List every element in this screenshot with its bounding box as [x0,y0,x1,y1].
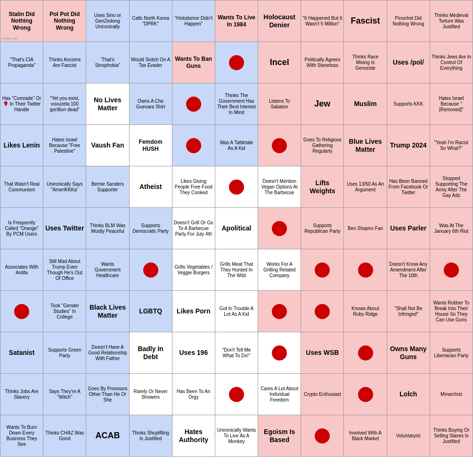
cell-inner-75: Doesn't Know Any Amendment After The 10t… [389,251,428,288]
cell-text-62: Supports Republican Party [302,223,342,234]
cell-26 [172,83,215,125]
cell-inner-10: Thinks Medieval Torture Was Justified [432,2,471,40]
cell-inner-78: Took "Gender Studies" In College [45,293,84,330]
cell-text-30: Muslim [354,100,376,108]
cell-72: Works For A Grilling Related Company [258,249,301,291]
cell-inner-26 [174,85,213,123]
cell-76 [430,249,473,291]
red-dot-104 [229,387,244,402]
cell-text-75: Doesn't Know Any Amendment After The 10t… [389,262,428,279]
cell-inner-120: Thinks Buying Or Selling Slaves Is Justi… [432,417,471,454]
cell-29: Jew [301,83,344,125]
cell-inner-20: Uses /pol/ [389,44,428,81]
cell-text-15: Wants To Ban Guns [174,56,213,69]
cell-text-36: Femdom HUSH [131,139,171,152]
cell-inner-33: Likes Lenin [2,127,41,164]
cell-text-38: Was A Tattletale As A Kid [217,140,256,151]
cell-inner-32: Hates Israel Because "[Removed]" [432,85,471,123]
cell-110: Wants To Burn Down Every Business They S… [0,415,43,457]
cell-inner-9: Pinochet Did Nothing Wrong [389,2,428,40]
cell-23: "Yet you exist, vuvuzela 100 gorillion d… [43,83,86,125]
cell-text-90: Doesn't Have A Good Relationship With Fa… [88,345,127,361]
cell-69 [130,249,172,291]
cell-text-59: Doesn't Grill Or Go To A Barbecue Party … [174,220,213,237]
cell-35: Vaush Fan [86,125,129,166]
cell-text-98: Supports Libertarian Party [432,347,471,359]
red-dot-16 [229,55,244,70]
cell-inner-85: Knows About Ruby Ridge [345,293,385,330]
cell-4: "Holodomor Didn't Happen" [172,0,215,42]
cell-text-25: Owns A Che Guevara Shirt [131,98,171,110]
cell-24: No Lives Matter [86,83,129,125]
cell-inner-71: Grills Meat That They Hunted In The Wild [217,251,256,288]
cell-inner-110: Wants To Burn Down Every Business They S… [2,417,41,454]
cell-59: Doesn't Grill Or Go To A Barbecue Party … [172,208,215,249]
cell-inner-81: Likes Porn [174,293,213,330]
cell-5: Wants To Live In 1984 [215,0,258,42]
cell-7: "It Happened But It Wasn't 5 Million" [301,0,344,42]
cell-45: Unironically Says "AmeriKKKa" [43,166,86,208]
cell-text-5: Wants To Live In 1984 [217,14,256,28]
cell-21: Thinks Jews Are In Control Of Everything [430,42,473,83]
cell-text-65: Was At The January 6th Riot [432,223,471,234]
red-dot-61 [272,221,287,236]
cell-86: "Shall Not Be Infringed" [387,291,430,332]
cell-inner-79: Black Lives Matter [88,293,127,330]
cell-3: Calls North Korea "DPRK" [130,0,172,42]
cell-63: Ben Shapiro Fan [344,208,387,249]
cell-inner-44: That Wasn't Real Communism [2,168,41,205]
cell-text-52: Uses 13/50 As An Argument [345,181,385,193]
cell-inner-100: Says They're A "Witch" [45,376,84,413]
cell-116: Egoism Is Based [258,415,301,457]
cell-inner-90: Doesn't Have A Good Relationship With Fa… [88,334,127,371]
cell-text-81: Likes Porn [177,307,211,315]
cell-61 [258,208,301,249]
cell-103: Has Been To An Orgy [172,374,215,415]
cell-text-18: Politically Agrees With Stonetoss [302,57,342,68]
cell-52: Uses 13/50 As An Argument [344,166,387,208]
cell-57: Thinks BLM Was Mostly Peaceful [86,208,129,249]
cell-text-14: Would Snitch On A Tax Evader [131,57,171,68]
cell-inner-51: Lifts Weights [302,168,342,205]
cell-text-44: That Wasn't Real Communism [2,181,41,193]
cell-53: Has Been Banned From Facebook Or Twitter [387,166,430,208]
cell-18: Politically Agrees With Stonetoss [301,42,344,83]
cell-inner-21: Thinks Jews Are In Control Of Everything [432,44,471,81]
cell-inner-17: Incel [260,44,299,81]
cell-75: Doesn't Know Any Amendment After The 10t… [387,249,430,291]
cell-64: Uses Parler [387,208,430,249]
cell-58: Supports Democratic Party [130,208,172,249]
cell-text-33: Likes Lenin [4,141,40,149]
cell-text-102: Rarely Or Never Showers [131,389,171,400]
cell-112: ACAB [86,415,129,457]
cell-text-12: Thinks Ancoms Are Fascist [45,57,84,68]
cell-text-86: "Shall Not Be Infringed" [389,306,428,317]
cell-inner-58: Supports Democratic Party [131,210,171,247]
cell-inner-104 [217,376,256,413]
cell-inner-87: Wants Robber To Break Into Their House S… [432,293,471,330]
cell-inner-117 [302,417,342,454]
cell-text-87: Wants Robber To Break Into Their House S… [432,300,471,323]
cell-inner-18: Politically Agrees With Stonetoss [302,44,342,81]
cell-82: Got In Trouble A Lot As A Kid [215,291,258,332]
cell-38: Was A Tattletale As A Kid [215,125,258,166]
cell-text-10: Thinks Medieval Torture Was Justified [432,13,471,30]
cell-inner-83 [260,293,299,330]
cell-text-0: Stalin Did Nothing Wrong [2,11,41,31]
cell-inner-101: Goes By Pronouns Other Than He Or She [88,376,127,413]
cell-inner-62: Supports Republican Party [302,210,342,247]
cell-text-116: Egoism Is Based [260,428,299,444]
cell-text-99: Thinks Jobs Are Slavery [2,389,41,400]
cell-inner-99: Thinks Jobs Are Slavery [2,376,41,413]
cell-inner-15: Wants To Ban Guns [174,44,213,81]
cell-25: Owns A Che Guevara Shirt [130,83,172,125]
cell-43: "Yeah I'm Racist So What?" [430,125,473,166]
cell-text-43: "Yeah I'm Racist So What?" [432,140,471,151]
cell-66: Associates With Antifa [0,249,43,291]
cell-92: Uses 196 [172,332,215,374]
cell-inner-77 [2,293,41,330]
cell-inner-98: Supports Libertarian Party [432,334,471,371]
cell-inner-94 [260,334,299,371]
cell-68: Wants Government Healthcare [86,249,129,291]
cell-text-6: Holocaust Denier [260,13,299,29]
